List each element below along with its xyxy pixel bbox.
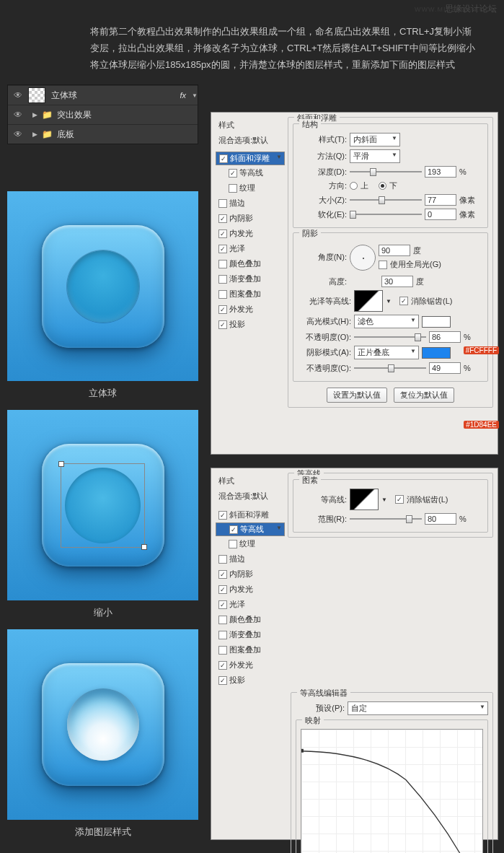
blend-default[interactable]: 混合选项:默认: [216, 489, 285, 507]
layer-style-panel-contour: 样式 混合选项:默认 斜面和浮雕 等高线 纹理 描边 内阴影 内发光 光泽 颜色…: [211, 468, 498, 840]
folder-icon: 📁: [42, 110, 53, 120]
layer-style-panel-bevel: 样式 混合选项:默认 斜面和浮雕 等高线 纹理 描边 内阴影 内发光 光泽 颜色…: [211, 112, 498, 455]
aa-cb[interactable]: [399, 297, 408, 305]
highlight-swatch[interactable]: [422, 316, 451, 328]
folder-icon: 📁: [42, 129, 53, 139]
range-input[interactable]: 80: [425, 513, 456, 525]
aa-cb[interactable]: [395, 495, 404, 504]
contour-label: 等高线:: [298, 494, 347, 505]
size-label: 大小(Z):: [298, 195, 347, 206]
mapping-title: 映射: [302, 715, 324, 726]
layer-name: 底板: [57, 128, 74, 141]
style-select[interactable]: 内斜面: [350, 133, 400, 146]
soft-label: 软化(E):: [298, 209, 347, 220]
soft-input[interactable]: 0: [425, 209, 456, 220]
style-gradient-overlay[interactable]: 渐变叠加: [216, 627, 285, 642]
set-default-button[interactable]: 设置为默认值: [327, 388, 387, 403]
fx-label[interactable]: fx: [180, 91, 187, 100]
style-satin[interactable]: 光泽: [216, 597, 285, 612]
style-texture[interactable]: 纹理: [216, 536, 285, 551]
style-inner-shadow[interactable]: 内阴影: [216, 211, 285, 226]
layer-thumb: [28, 87, 45, 103]
op1-slider[interactable]: [354, 332, 426, 342]
highlight-label: 高光模式(H):: [298, 316, 351, 327]
layer-name: 立体球: [51, 89, 77, 102]
expand-icon[interactable]: ▶: [32, 131, 37, 138]
size-slider[interactable]: [350, 195, 422, 205]
preview-2: [7, 410, 198, 600]
curve-canvas[interactable]: [301, 729, 483, 853]
style-gradient-overlay[interactable]: 渐变叠加: [216, 271, 285, 286]
op2-input[interactable]: 49: [429, 362, 461, 374]
style-color-overlay[interactable]: 颜色叠加: [216, 256, 285, 271]
dir-label: 方向:: [298, 180, 347, 191]
contour-picker[interactable]: [354, 290, 383, 312]
expand-icon[interactable]: ▶: [32, 111, 37, 118]
shadow-title: 阴影: [299, 228, 321, 239]
range-label: 范围(R):: [298, 514, 347, 525]
depth-label: 深度(D):: [298, 167, 347, 178]
visibility-icon[interactable]: 👁: [8, 90, 28, 100]
method-label: 方法(Q):: [298, 151, 347, 162]
style-header: 样式: [216, 473, 285, 489]
style-outer-glow[interactable]: 外发光: [216, 657, 285, 673]
global-light-cb[interactable]: [379, 261, 387, 269]
style-inner-shadow[interactable]: 内阴影: [216, 567, 285, 582]
preset-label: 预设(P):: [296, 703, 345, 714]
layer-row[interactable]: 👁 立体球 fx ▼: [8, 85, 198, 105]
op2-label: 不透明度(C):: [298, 363, 351, 374]
visibility-icon[interactable]: 👁: [8, 110, 28, 120]
alt-label: 高度:: [298, 276, 347, 287]
watermark-url: WWW.MISSYUAN.COM: [415, 6, 497, 13]
soft-slider[interactable]: [350, 209, 422, 219]
reset-default-button[interactable]: 复位为默认值: [394, 388, 454, 403]
style-bevel[interactable]: 斜面和浮雕: [216, 152, 285, 165]
style-drop-shadow[interactable]: 投影: [216, 317, 285, 332]
struct-title: 结构: [299, 119, 321, 130]
preset-select[interactable]: 自定: [348, 701, 488, 715]
layer-row[interactable]: 👁 ▶ 📁 底板: [8, 124, 198, 144]
style-pattern-overlay[interactable]: 图案叠加: [216, 286, 285, 302]
alt-input[interactable]: 30: [381, 276, 413, 287]
range-slider[interactable]: [350, 514, 422, 524]
shadow-select[interactable]: 正片叠底: [354, 346, 419, 359]
style-list: 样式 混合选项:默认 斜面和浮雕 等高线 纹理 描边 内阴影 内发光 光泽 颜色…: [216, 117, 285, 332]
style-drop-shadow[interactable]: 投影: [216, 673, 285, 688]
style-outer-glow[interactable]: 外发光: [216, 302, 285, 317]
color-tag-highlight: #FCFFFF: [464, 346, 499, 354]
style-color-overlay[interactable]: 颜色叠加: [216, 612, 285, 627]
op2-slider[interactable]: [354, 363, 426, 373]
style-inner-glow[interactable]: 内发光: [216, 226, 285, 241]
style-texture[interactable]: 纹理: [216, 180, 285, 196]
gloss-label: 光泽等高线:: [298, 296, 351, 307]
caption-1: 立体球: [7, 387, 198, 400]
preview-3: [7, 629, 198, 820]
style-inner-glow[interactable]: 内发光: [216, 582, 285, 597]
style-satin[interactable]: 光泽: [216, 241, 285, 256]
depth-slider[interactable]: [350, 167, 422, 177]
layer-row[interactable]: 👁 ▶ 📁 突出效果: [8, 105, 198, 124]
contour-picker[interactable]: [350, 489, 379, 510]
style-stroke[interactable]: 描边: [216, 196, 285, 211]
dir-up[interactable]: [350, 182, 358, 190]
blend-default[interactable]: 混合选项:默认: [216, 134, 285, 152]
highlight-select[interactable]: 滤色: [354, 315, 419, 328]
caption-3: 添加图层样式: [7, 826, 198, 839]
style-bevel[interactable]: 斜面和浮雕: [216, 507, 285, 522]
chevron-down-icon[interactable]: ▼: [192, 92, 198, 99]
method-select[interactable]: 平滑: [350, 149, 400, 163]
style-contour[interactable]: 等高线: [216, 165, 285, 180]
angle-wheel[interactable]: [350, 245, 376, 271]
style-pattern-overlay[interactable]: 图案叠加: [216, 642, 285, 657]
depth-input[interactable]: 193: [425, 166, 456, 178]
visibility-icon[interactable]: 👁: [8, 129, 28, 139]
style-stroke[interactable]: 描边: [216, 551, 285, 567]
style-contour[interactable]: 等高线: [216, 522, 285, 536]
size-input[interactable]: 77: [425, 194, 456, 206]
op1-input[interactable]: 86: [429, 331, 461, 343]
dir-down[interactable]: [379, 182, 386, 190]
style-list: 样式 混合选项:默认 斜面和浮雕 等高线 纹理 描边 内阴影 内发光 光泽 颜色…: [216, 473, 285, 688]
preview-column: 立体球 缩小 添加图层样式: [7, 191, 198, 849]
shadow-swatch[interactable]: [422, 347, 451, 359]
angle-input[interactable]: 90: [379, 245, 410, 256]
